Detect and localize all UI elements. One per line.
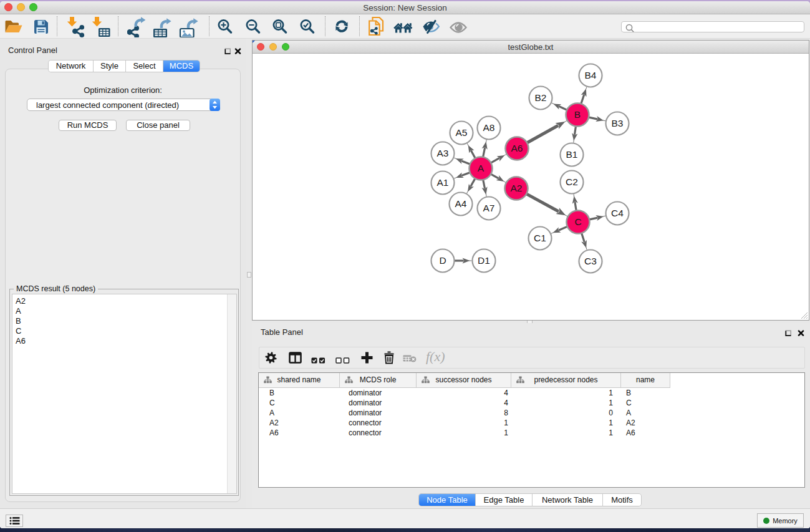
svg-text:C2: C2 bbox=[566, 177, 578, 187]
svg-text:B3: B3 bbox=[612, 118, 624, 128]
svg-text:A: A bbox=[478, 163, 485, 173]
svg-text:A4: A4 bbox=[455, 198, 467, 209]
svg-text:A6: A6 bbox=[511, 143, 523, 153]
svg-text:C3: C3 bbox=[584, 256, 597, 266]
svg-text:D: D bbox=[439, 255, 446, 266]
svg-text:A7: A7 bbox=[483, 203, 495, 213]
svg-text:B4: B4 bbox=[585, 70, 597, 80]
svg-text:C4: C4 bbox=[611, 208, 624, 218]
svg-text:A5: A5 bbox=[456, 127, 468, 138]
svg-text:C: C bbox=[574, 216, 581, 227]
svg-text:A3: A3 bbox=[437, 148, 449, 158]
svg-text:C1: C1 bbox=[534, 233, 546, 243]
svg-text:A2: A2 bbox=[511, 183, 523, 193]
svg-text:B1: B1 bbox=[566, 149, 578, 160]
svg-text:B: B bbox=[574, 109, 581, 120]
svg-text:A8: A8 bbox=[483, 122, 495, 133]
svg-text:B2: B2 bbox=[535, 92, 547, 103]
svg-text:D1: D1 bbox=[478, 255, 490, 266]
svg-text:A1: A1 bbox=[437, 177, 449, 188]
